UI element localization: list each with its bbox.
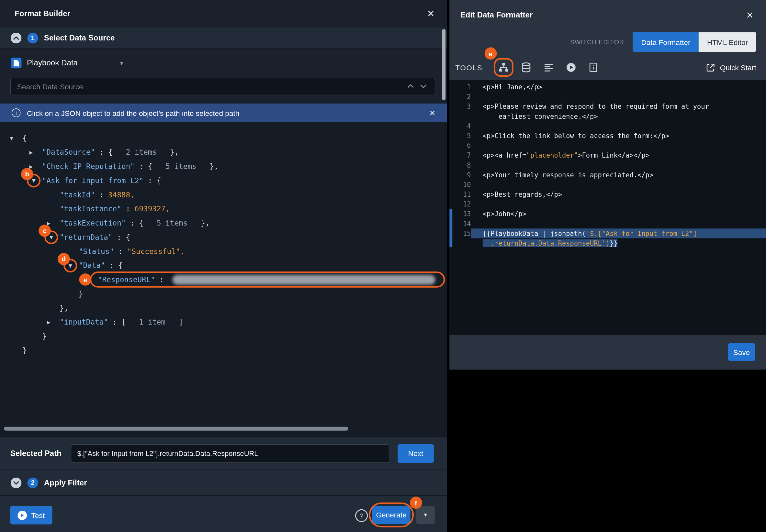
quick-start-button[interactable]: Quick Start bbox=[706, 63, 756, 72]
line-number bbox=[450, 238, 471, 248]
format-builder-footer: Test ? Generate f ▼ bbox=[0, 495, 447, 532]
data-source-tool-icon[interactable]: a bbox=[498, 62, 509, 73]
info-banner-text: Click on a JSON object to add the object… bbox=[27, 109, 423, 117]
panel-title: Edit Data Formatter bbox=[460, 11, 533, 19]
editor-lines: 1<p>Hi Jane,</p>23<p>Please review and r… bbox=[450, 82, 766, 248]
editor-line: 14 bbox=[450, 219, 766, 228]
json-token: }, bbox=[201, 218, 209, 227]
horizontal-scrollbar[interactable] bbox=[4, 427, 348, 431]
json-tree-row[interactable]: ▼c"returnData" : { bbox=[0, 230, 447, 244]
json-token: : bbox=[95, 190, 108, 199]
line-number: 5 bbox=[450, 131, 471, 140]
line-code: <p>Hi Jane,</p> bbox=[471, 82, 766, 92]
json-tree-row[interactable]: ▶"taskExecution" : { 5 items }, bbox=[0, 216, 447, 230]
generate-dropdown-button[interactable]: ▼ bbox=[416, 506, 435, 524]
search-next-icon[interactable] bbox=[420, 84, 427, 89]
json-token: : { bbox=[126, 218, 143, 227]
test-button[interactable]: Test bbox=[10, 506, 52, 524]
collapse-down-icon[interactable] bbox=[11, 477, 21, 488]
json-token: : { bbox=[143, 176, 161, 185]
json-tree-row[interactable]: ▶"DataSource" : { 2 items }, bbox=[0, 145, 447, 159]
selection-highlight: .returnData.Data.ResponseURL')}} bbox=[483, 239, 618, 247]
line-code bbox=[471, 121, 766, 131]
editor-line: 7<p><a href="placeholder">Form Link</a><… bbox=[450, 150, 766, 160]
screenshot-root: Format Builder × 1 Select Data Source Pl… bbox=[0, 0, 766, 532]
data-source-dropdown[interactable]: Playbook Data ▼ bbox=[11, 53, 124, 72]
collapse-triangle-icon[interactable]: ▼ bbox=[32, 177, 36, 184]
tree-toggle-slot: ▼c bbox=[44, 230, 58, 244]
editor-line: earliest convenience.</p> bbox=[450, 111, 766, 121]
run-tool-icon[interactable] bbox=[566, 62, 576, 73]
step2-number-badge: 2 bbox=[27, 477, 38, 488]
line-number: 2 bbox=[450, 92, 471, 102]
editor-line: 9<p>Your timely response is appreciated.… bbox=[450, 170, 766, 180]
json-tree-row[interactable]: "taskId" : 34888, bbox=[0, 187, 447, 202]
tree-toggle-slot: ▶ bbox=[29, 163, 42, 170]
tree-toggle-slot: ▶ bbox=[47, 219, 60, 226]
step1-header[interactable]: 1 Select Data Source bbox=[0, 27, 447, 49]
vertical-scrollbar[interactable] bbox=[442, 29, 446, 100]
line-code: <p>Please review and respond to the requ… bbox=[471, 102, 766, 111]
selected-path-input[interactable] bbox=[71, 444, 390, 462]
line-code: <p>Your timely response is appreciated.<… bbox=[471, 170, 766, 180]
info-icon: i bbox=[12, 108, 20, 117]
step1-title: Select Data Source bbox=[44, 33, 115, 42]
editor-line: 13<p>John</p> bbox=[450, 209, 766, 219]
json-tree-row[interactable]: } bbox=[0, 343, 447, 358]
generate-button[interactable]: Generate bbox=[372, 506, 411, 524]
test-label: Test bbox=[31, 511, 45, 519]
collapse-up-icon[interactable] bbox=[11, 32, 21, 43]
collapse-triangle-icon[interactable]: ▼ bbox=[50, 234, 53, 240]
json-tree-row[interactable]: ▶"inputData" : [ 1 item ] bbox=[0, 315, 447, 329]
json-tree-row[interactable]: ▼d"Data" : { bbox=[0, 258, 447, 272]
tab-html-editor[interactable]: HTML Editor bbox=[699, 32, 756, 52]
help-icon[interactable]: ? bbox=[355, 509, 368, 522]
json-token: : { bbox=[95, 148, 113, 156]
tools-label: TOOLS bbox=[455, 63, 483, 72]
quick-start-label: Quick Start bbox=[720, 63, 756, 72]
tab-data-formatter[interactable]: Data Formatter bbox=[633, 32, 699, 52]
format-lines-tool-icon[interactable] bbox=[543, 62, 554, 73]
database-tool-icon[interactable] bbox=[521, 62, 531, 73]
line-number: 11 bbox=[450, 189, 471, 199]
expand-triangle-icon[interactable]: ▶ bbox=[47, 319, 50, 326]
search-prev-icon[interactable] bbox=[407, 84, 414, 89]
line-number: 4 bbox=[450, 121, 471, 131]
json-token: "Ask for Input from L2" bbox=[42, 176, 143, 185]
banner-close-icon[interactable]: × bbox=[430, 108, 436, 117]
json-tree[interactable]: ▼{▶"DataSource" : { 2 items },▶"Check IP… bbox=[0, 122, 447, 437]
close-icon[interactable]: × bbox=[747, 9, 753, 21]
switch-editor-label: SWITCH EDITOR bbox=[570, 38, 624, 46]
json-tree-row[interactable]: "ResponseURL" : e bbox=[0, 272, 447, 287]
step2-title: Apply Filter bbox=[44, 478, 87, 487]
search-input[interactable] bbox=[10, 78, 436, 95]
expand-triangle-icon[interactable]: ▶ bbox=[29, 149, 33, 155]
json-tree-row[interactable]: } bbox=[0, 329, 447, 343]
json-tree-row[interactable]: }, bbox=[0, 301, 447, 315]
json-tree-row[interactable]: ▼{ bbox=[0, 131, 447, 145]
annotation-badge-b: b bbox=[21, 168, 33, 180]
data-source-selected-label: Playbook Data bbox=[27, 59, 78, 67]
json-tree-row[interactable]: "taskInstance" : 6939327, bbox=[0, 202, 447, 216]
close-icon[interactable]: × bbox=[428, 7, 434, 19]
editor-line: 15{{PlaybookData | jsonpath('$.["Ask for… bbox=[450, 228, 766, 238]
step2-header[interactable]: 2 Apply Filter bbox=[0, 470, 447, 495]
line-code: <p>Best regards,</p> bbox=[471, 189, 766, 199]
collapse-triangle-icon[interactable]: ▼ bbox=[69, 262, 72, 269]
json-tree-row[interactable]: ▼b"Ask for Input from L2" : { bbox=[0, 173, 447, 188]
edit-data-formatter-panel: Edit Data Formatter × SWITCH EDITOR Data… bbox=[450, 0, 766, 370]
save-button[interactable]: Save bbox=[728, 343, 755, 361]
info-doc-tool-icon[interactable] bbox=[588, 62, 599, 73]
editor-scroll-indicator bbox=[450, 209, 452, 247]
playbook-data-icon bbox=[11, 58, 21, 68]
next-button[interactable]: Next bbox=[398, 444, 434, 462]
json-token: }, bbox=[170, 148, 179, 156]
code-editor[interactable]: 1<p>Hi Jane,</p>23<p>Please review and r… bbox=[450, 80, 766, 335]
json-tree-row[interactable]: } bbox=[0, 287, 447, 301]
collapse-triangle-icon[interactable]: ▼ bbox=[10, 135, 13, 141]
editor-line: 11<p>Best regards,</p> bbox=[450, 189, 766, 199]
panel-title: Format Builder bbox=[15, 9, 70, 18]
editor-line: 1<p>Hi Jane,</p> bbox=[450, 82, 766, 92]
json-tree-row[interactable]: ▶"Check IP Reputation" : { 5 items }, bbox=[0, 159, 447, 173]
json-token: }, bbox=[210, 162, 218, 171]
